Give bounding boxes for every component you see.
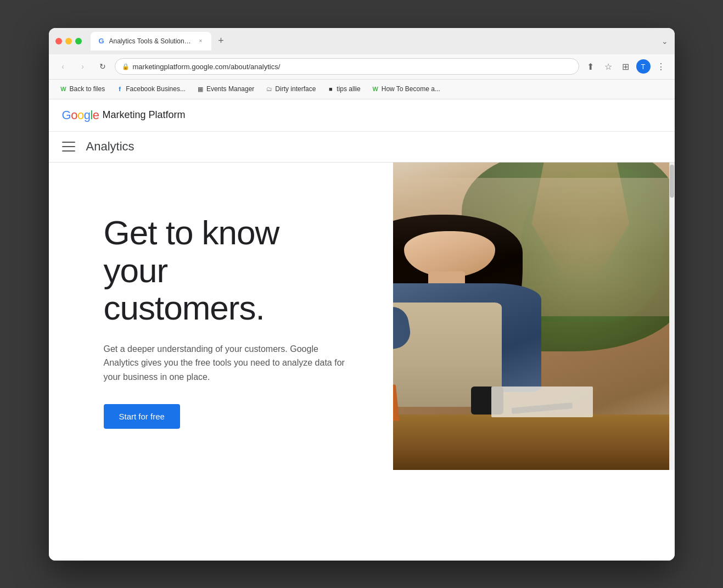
title-bar: G Analytics Tools & Solutions fo × + ⌄ xyxy=(49,28,675,54)
bookmark-facebook-business[interactable]: f Facebook Busines... xyxy=(111,83,190,95)
events-manager-icon: ▦ xyxy=(197,85,204,93)
close-window-button[interactable] xyxy=(55,38,62,44)
google-letter-e: e xyxy=(93,108,99,122)
minimize-window-button[interactable] xyxy=(65,38,72,44)
user-avatar[interactable]: T xyxy=(636,59,651,74)
bookmark-label: Facebook Busines... xyxy=(126,85,186,93)
bookmark-icon[interactable]: ☆ xyxy=(601,59,615,74)
folder-icon: 🗂 xyxy=(265,85,273,93)
hero-heading-line3: customers. xyxy=(104,289,265,327)
bookmark-label: Dirty interface xyxy=(275,85,316,93)
hamburger-line-2 xyxy=(62,146,75,147)
bookmark-back-to-files[interactable]: W Back to files xyxy=(55,83,110,95)
analytics-nav-title: Analytics xyxy=(86,139,134,154)
tab-favicon: G xyxy=(97,37,106,46)
extensions-icon[interactable]: ⊞ xyxy=(619,59,633,74)
bookmark-label: How To Become a... xyxy=(382,85,440,93)
google-letter-g: G xyxy=(62,108,71,122)
hero-description: Get a deeper understanding of your custo… xyxy=(104,342,351,384)
bookmark-tips-allie[interactable]: ■ tips allie xyxy=(322,83,365,95)
bookmark-label: Back to files xyxy=(70,85,105,93)
hamburger-line-1 xyxy=(62,142,75,143)
start-for-free-button[interactable]: Start for free xyxy=(104,404,180,429)
wix-icon: W xyxy=(60,85,68,93)
share-icon[interactable]: ⬆ xyxy=(584,59,598,74)
hamburger-line-3 xyxy=(62,150,75,152)
bookmark-how-to-become[interactable]: W How To Become a... xyxy=(367,83,445,95)
tips-icon: ■ xyxy=(327,85,334,93)
scrollbar[interactable] xyxy=(669,163,675,470)
active-tab[interactable]: G Analytics Tools & Solutions fo × xyxy=(91,32,211,51)
browser-window: G Analytics Tools & Solutions fo × + ⌄ ‹… xyxy=(49,28,675,561)
address-bar-actions: ⬆ ☆ ⊞ T ⋮ xyxy=(584,59,668,74)
bookmark-dirty-interface[interactable]: 🗂 Dirty interface xyxy=(261,83,320,95)
hero-heading-line1: Get to know xyxy=(104,214,279,251)
google-logo: Google xyxy=(62,108,99,122)
bookmark-label: Events Manager xyxy=(206,85,254,93)
hamburger-menu-icon[interactable] xyxy=(62,142,75,152)
traffic-lights xyxy=(55,38,82,44)
address-bar: ‹ › ↻ 🔒 marketingplatform.google.com/abo… xyxy=(49,54,675,80)
webpage-content: Google Marketing Platform Analytics Get … xyxy=(49,99,675,561)
bookmark-label: tips allie xyxy=(337,85,360,93)
lock-icon: 🔒 xyxy=(122,63,130,70)
bookmark-events-manager[interactable]: ▦ Events Manager xyxy=(192,83,259,95)
refresh-button[interactable]: ↻ xyxy=(95,59,110,74)
platform-text: Marketing Platform xyxy=(103,109,186,121)
hero-section: Get to know your customers. Get a deeper… xyxy=(49,163,675,470)
google-letter-g2: g xyxy=(84,108,91,122)
paper-on-table xyxy=(491,387,593,417)
hero-heading: Get to know your customers. xyxy=(104,214,360,327)
maximize-window-button[interactable] xyxy=(75,38,82,44)
gmp-header: Google Marketing Platform xyxy=(49,99,675,132)
back-button[interactable]: ‹ xyxy=(55,59,71,74)
tab-bar: G Analytics Tools & Solutions fo × + ⌄ xyxy=(91,32,668,51)
tab-close-button[interactable]: × xyxy=(197,37,205,45)
tab-title: Analytics Tools & Solutions fo xyxy=(109,37,194,45)
scrollbar-thumb[interactable] xyxy=(670,165,674,198)
how-to-icon: W xyxy=(372,85,379,93)
new-tab-button[interactable]: + xyxy=(214,33,229,49)
facebook-icon: f xyxy=(116,85,124,93)
url-text: marketingplatform.google.com/about/analy… xyxy=(133,63,281,71)
forward-button[interactable]: › xyxy=(75,59,91,74)
bookmarks-bar: W Back to files f Facebook Busines... ▦ … xyxy=(49,80,675,99)
url-bar[interactable]: 🔒 marketingplatform.google.com/about/ana… xyxy=(115,58,579,75)
analytics-nav: Analytics xyxy=(49,132,675,163)
more-options-icon[interactable]: ⋮ xyxy=(654,59,668,74)
hero-content: Get to know your customers. Get a deeper… xyxy=(49,163,393,470)
hero-heading-line2: your xyxy=(104,251,168,289)
tab-bar-right: ⌄ xyxy=(662,37,668,46)
google-letter-o1: o xyxy=(71,108,77,122)
google-letter-o2: o xyxy=(77,108,84,122)
expand-icon[interactable]: ⌄ xyxy=(662,37,668,46)
bottom-section xyxy=(49,470,675,525)
